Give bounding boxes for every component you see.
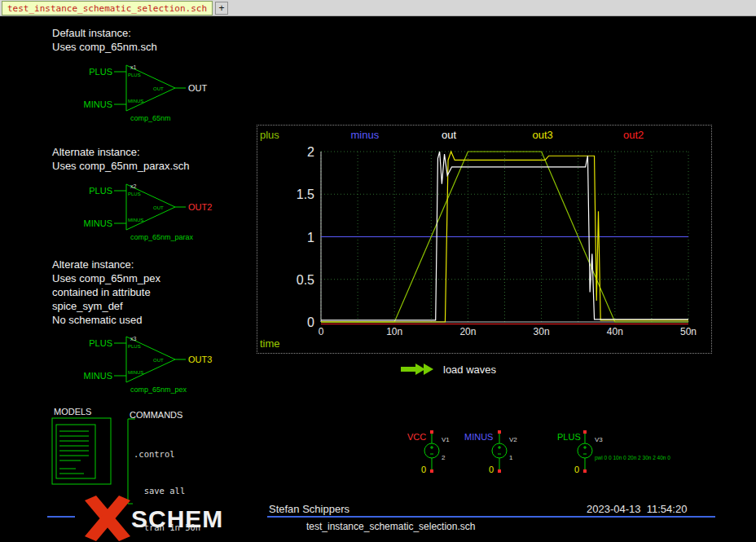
pin-label-minus: MINUS [128, 99, 143, 104]
instance-ref: V2 [509, 436, 517, 443]
vsource-v3[interactable]: PLUS V3 pwl 0 0 10n 0 20n 2 30n 2 40n 0 … [554, 430, 688, 479]
heading-line: Uses comp_65nm_parax.sch [52, 159, 189, 173]
legend-minus[interactable]: minus [351, 129, 380, 141]
pin-square[interactable] [583, 430, 587, 434]
heading-line: Uses comp_65nm_pex [52, 271, 160, 285]
heading-line: spice_sym_def [52, 299, 160, 313]
net-label-plus[interactable]: PLUS [89, 67, 112, 77]
arrow-head [424, 364, 433, 375]
legend-out[interactable]: out [442, 129, 456, 141]
tab-bar: test_instance_schematic_selection.sch + [0, 0, 756, 16]
net-label-out3[interactable]: OUT3 [188, 355, 212, 364]
vsource-circle[interactable] [492, 443, 507, 458]
heading-line: Uses comp_65nm.sch [52, 40, 157, 54]
net-label-gnd[interactable]: 0 [489, 465, 494, 474]
net-label-plus[interactable]: PLUS [89, 338, 112, 348]
net-label-gnd[interactable]: 0 [574, 465, 579, 474]
load-waves-label[interactable]: load waves [443, 364, 496, 376]
net-label-vcc[interactable]: VCC [407, 432, 426, 442]
pin-label-out: OUT [153, 86, 164, 91]
vsource-v2[interactable]: MINUS V2 1 0 [460, 430, 542, 479]
symbol-name: comp_65nm_parax [130, 233, 194, 241]
instance-ref: x3 [130, 336, 137, 342]
y-tick-label: 0.5 [297, 273, 314, 287]
symbol-name: comp_65nm_pex [130, 386, 187, 394]
pin-square[interactable] [583, 469, 587, 473]
pin-square[interactable] [430, 469, 433, 473]
vsource-circle[interactable] [424, 443, 439, 458]
heading-line: Alternate instance: [52, 145, 189, 159]
instance-2-heading: Alternate instance: Uses comp_65nm_parax… [52, 145, 189, 173]
tick-labels: 010n20n30n40n50n00.511.52 [297, 145, 697, 337]
heading-line: Alterate instance: [52, 258, 160, 271]
source-value: 2 [442, 454, 446, 461]
pin-label-plus: PLUS [128, 344, 141, 349]
xschem-logo-text: SCHEM [131, 505, 223, 533]
net-label-minus[interactable]: MINUS [84, 371, 112, 381]
instance-ref: x2 [130, 183, 137, 189]
vsource-circle[interactable] [578, 443, 592, 458]
pin-label-minus: MINUS [128, 370, 143, 375]
code-line: .control [134, 448, 365, 460]
legend-plus[interactable]: plus [260, 129, 279, 141]
instance-3-heading: Alterate instance: Uses comp_65nm_pex co… [52, 258, 160, 327]
comparator-symbol-x2[interactable]: PLUS MINUS x2 PLUS OUT MINUS OUT2 comp_6… [81, 176, 236, 245]
tab-current-file[interactable]: test_instance_schematic_selection.sch [2, 1, 213, 15]
x-tick-label: 40n [607, 326, 623, 337]
x-tick-label: 0 [319, 326, 324, 337]
wave-out[interactable] [321, 152, 688, 320]
xschem-logo-x-icon [83, 496, 132, 542]
schematic-canvas[interactable]: Default instance: Uses comp_65nm.sch PLU… [0, 16, 756, 542]
net-label-minus[interactable]: MINUS [84, 218, 112, 228]
load-waves-launcher[interactable]: load waves [401, 363, 496, 376]
x-tick-label: 50n [680, 326, 697, 337]
heading-line: No schematic used [52, 313, 160, 327]
comparator-symbol-x3[interactable]: PLUS MINUS x3 PLUS OUT MINUS OUT3 comp_6… [81, 328, 236, 398]
pin-label-out: OUT [153, 358, 164, 363]
pin-square[interactable] [498, 469, 501, 473]
author-text: Stefan Schippers [269, 503, 349, 515]
new-tab-button[interactable]: + [215, 2, 228, 15]
waveform-graph[interactable]: 010n20n30n40n50n00.511.52 plusminusoutou… [257, 125, 712, 354]
green-arrow-icon [401, 363, 437, 376]
title-block-line [47, 516, 75, 518]
instance-ref: V1 [442, 436, 450, 443]
pin-label-minus: MINUS [128, 218, 143, 223]
pin-square[interactable] [430, 430, 433, 434]
models-icon[interactable] [51, 417, 113, 486]
pin-label-plus: PLUS [128, 192, 141, 196]
models-label: MODELS [54, 407, 91, 416]
heading-line: contained in attribute [52, 285, 160, 299]
graph-time-label: time [260, 337, 280, 350]
x-tick-label: 10n [386, 326, 402, 337]
title-block-line [267, 516, 715, 518]
source-value: 1 [509, 454, 513, 461]
net-label-minus[interactable]: MINUS [464, 432, 493, 442]
instance-1-heading: Default instance: Uses comp_65nm.sch [52, 26, 157, 54]
net-label-out[interactable]: OUT [188, 83, 208, 93]
y-tick-label: 2 [307, 145, 314, 159]
net-label-out2[interactable]: OUT2 [188, 202, 212, 212]
x-tick-label: 20n [459, 326, 476, 337]
instance-ref: V3 [595, 436, 603, 443]
x-tick-label: 30n [534, 326, 550, 337]
schematic-filename: test_instance_schematic_selection.sch [306, 521, 475, 532]
pin-label-out: OUT [153, 205, 164, 210]
instance-ref: x1 [130, 64, 137, 70]
net-label-plus[interactable]: PLUS [89, 186, 112, 196]
code-line: save all [134, 485, 365, 497]
legend-out3[interactable]: out3 [533, 129, 553, 141]
comparator-symbol-x1[interactable]: PLUS MINUS x1 PLUS OUT MINUS OUT comp_65… [81, 57, 236, 126]
models-page [56, 425, 95, 478]
net-label-minus[interactable]: MINUS [84, 99, 112, 109]
y-tick-label: 0 [307, 315, 314, 329]
y-tick-label: 1.5 [297, 187, 314, 201]
datetime-text: 2023-04-13 11:54:20 [587, 503, 687, 515]
source-value-pwl: pwl 0 0 10n 0 20n 2 30n 2 40n 0 [595, 455, 670, 461]
waveform-plot[interactable]: 010n20n30n40n50n00.511.52 plusminusoutou… [257, 126, 711, 353]
pin-label-plus: PLUS [128, 73, 141, 77]
net-label-plus[interactable]: PLUS [557, 432, 581, 442]
pin-square[interactable] [498, 430, 501, 434]
legend-out2[interactable]: out2 [623, 129, 644, 141]
net-label-gnd[interactable]: 0 [421, 465, 426, 474]
